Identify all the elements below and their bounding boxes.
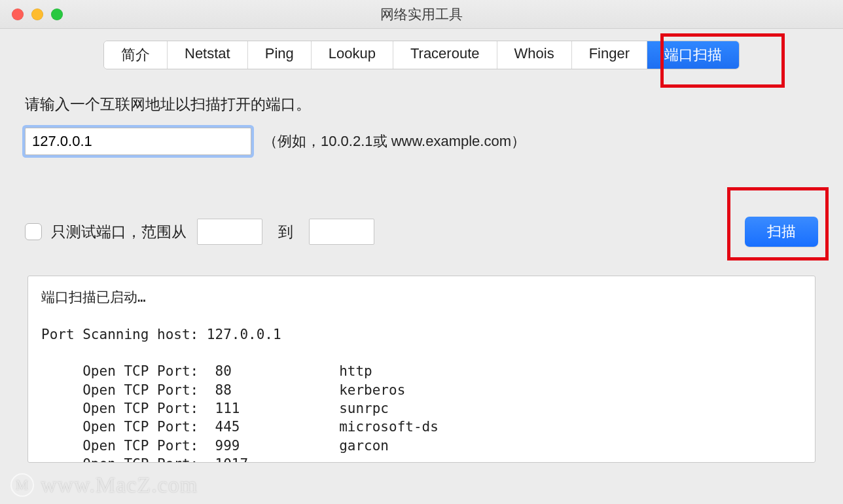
address-input[interactable] [25,128,251,155]
tab-netstat[interactable]: Netstat [168,41,248,69]
port-from-input[interactable] [197,219,262,245]
watermark: M www.MacZ.com [10,473,198,497]
watermark-icon: M [10,473,34,497]
content: 请输入一个互联网地址以扫描打开的端口。 （例如，10.0.2.1或 www.ex… [0,73,843,463]
tabbar: 简介 Netstat Ping Lookup Traceroute Whois … [103,41,740,69]
port-to-input[interactable] [309,219,374,245]
test-ports-only-checkbox[interactable] [25,223,42,240]
address-row: （例如，10.0.2.1或 www.example.com） [25,128,818,155]
tab-finger[interactable]: Finger [572,41,647,69]
tab-port-scan[interactable]: 端口扫描 [647,41,739,69]
tab-lookup[interactable]: Lookup [312,41,393,69]
scan-output[interactable]: 端口扫描已启动… Port Scanning host: 127.0.0.1 O… [27,276,816,463]
port-range-row: 只测试端口，范围从 到 扫描 [25,217,818,247]
window-title: 网络实用工具 [380,5,463,24]
prompt-label: 请输入一个互联网地址以扫描打开的端口。 [25,94,818,115]
traffic-lights [12,9,63,20]
zoom-window-button[interactable] [51,9,63,20]
tab-ping[interactable]: Ping [248,41,312,69]
tab-whois[interactable]: Whois [497,41,572,69]
minimize-window-button[interactable] [31,9,43,20]
close-window-button[interactable] [12,9,24,20]
tabbar-container: 简介 Netstat Ping Lookup Traceroute Whois … [0,29,843,73]
tab-info[interactable]: 简介 [104,41,168,69]
scan-button[interactable]: 扫描 [745,217,818,247]
titlebar: 网络实用工具 [0,0,843,29]
watermark-text: www.MacZ.com [41,473,198,497]
port-to-label: 到 [278,222,293,242]
address-hint: （例如，10.0.2.1或 www.example.com） [263,132,526,151]
test-ports-only-label: 只测试端口，范围从 [51,222,187,242]
tab-traceroute[interactable]: Traceroute [393,41,497,69]
